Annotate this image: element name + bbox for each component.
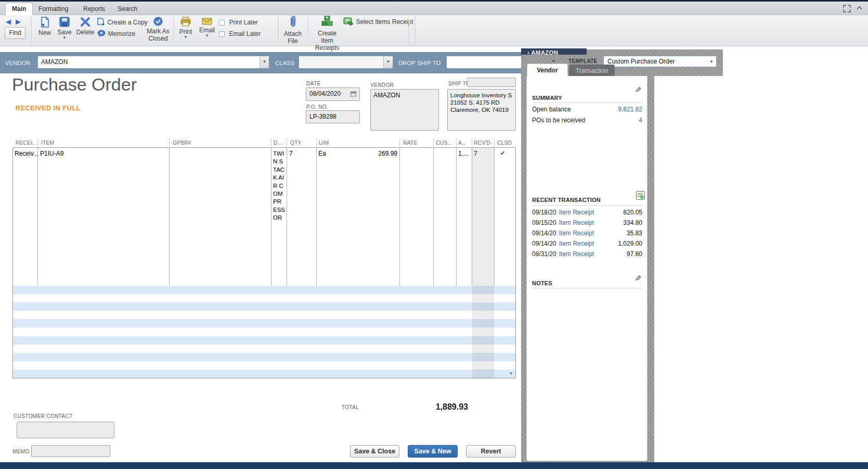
table-scroll-down-icon[interactable]: ▼ (507, 370, 515, 377)
total-label: TOTAL (342, 404, 359, 410)
template-label: TEMPLATE (568, 58, 598, 64)
create-copy-button[interactable]: Create a Copy (97, 17, 148, 28)
header-divider (271, 138, 271, 146)
save-button[interactable]: Save ▾ (55, 17, 74, 39)
print-button[interactable]: Print ▾ (177, 17, 195, 39)
template-caret-icon[interactable]: ▾ (707, 57, 716, 66)
class-label: CLASS (275, 60, 295, 66)
cell-divider (287, 147, 287, 286)
class-combo-caret-icon[interactable]: ▾ (383, 56, 393, 68)
save-and-new-button[interactable]: Save & New (408, 445, 458, 458)
item-receipt-link[interactable]: Item Receipt (559, 240, 594, 247)
row-rcvd-cell[interactable]: 7 (474, 150, 477, 157)
header-divider (316, 138, 317, 146)
memorize-bubble-icon (97, 30, 106, 40)
ship-to-address-box[interactable]: Longhouse Inventory S 21052 S. 4175 RD C… (447, 89, 516, 131)
customer-contact-field[interactable] (17, 422, 114, 438)
cell-divider (433, 147, 434, 286)
row-description-cell[interactable]: TWIN STACK AIR COMPRESSOR (273, 150, 285, 222)
panel-vendor-name[interactable]: › AMAZON (527, 49, 558, 56)
print-dropdown-caret-icon[interactable]: ▾ (177, 35, 195, 39)
po-number-field[interactable]: LP-39298 (306, 110, 360, 123)
row-amount-cell[interactable]: 1,... (458, 150, 469, 157)
row-qty-cell[interactable]: 7 (289, 150, 293, 157)
row-rate-cell[interactable]: 269.99 (364, 150, 397, 157)
save-and-close-button[interactable]: Save & Close (350, 445, 399, 458)
panel-tab-transaction[interactable]: Transaction (569, 65, 615, 77)
cell-divider (472, 147, 472, 286)
email-dropdown-caret-icon[interactable]: ▾ (198, 34, 216, 37)
date-field[interactable]: 08/04/2020 (306, 87, 360, 101)
item-receipt-link[interactable]: Item Receipt (559, 250, 594, 258)
edit-summary-pencil-icon[interactable]: ✎ (635, 85, 642, 95)
revert-button[interactable]: Revert (466, 445, 516, 458)
attach-file-button[interactable]: Attach File (282, 15, 304, 45)
save-floppy-icon (59, 21, 70, 29)
toolbar-separator (415, 17, 416, 44)
template-combobox[interactable]: Custom Purchase Order ▾ (603, 56, 717, 67)
vendor-box-label: VENDOR (370, 82, 394, 88)
find-button[interactable]: Find (5, 27, 25, 39)
mark-as-closed-button[interactable]: Mark As Closed (145, 17, 172, 42)
col-item-header: ITEM (41, 140, 54, 146)
tab-reports[interactable]: Reports (77, 3, 111, 15)
green-boxes-icon (321, 22, 333, 30)
quick-report-icon[interactable] (636, 191, 645, 200)
tab-formatting[interactable]: Formatting (32, 3, 74, 15)
cell-divider (456, 147, 457, 286)
page-title: Purchase Order (12, 74, 137, 95)
row-item-cell[interactable]: P1IU-A9 (40, 150, 63, 157)
calendar-icon[interactable] (350, 91, 357, 99)
rcvd-column-shade (472, 148, 494, 378)
save-dropdown-caret-icon[interactable]: ▾ (55, 36, 74, 39)
forward-arrow-icon[interactable]: ▶ (16, 18, 21, 26)
items-table-empty-rows[interactable] (13, 286, 515, 378)
select-items-receipt-button[interactable]: Select Items Receipt (343, 17, 413, 29)
class-combobox[interactable]: ▾ (299, 56, 393, 69)
new-document-icon (41, 22, 49, 29)
tab-main[interactable]: Main (5, 3, 33, 16)
pos-to-be-received-value[interactable]: 4 (639, 117, 642, 124)
edit-notes-pencil-icon[interactable]: ✎ (635, 274, 642, 283)
item-receipt-link[interactable]: Item Receipt (559, 219, 594, 226)
back-arrow-icon[interactable]: ◀ (6, 18, 11, 26)
create-item-receipts-button[interactable]: Create Item Receipts (311, 15, 343, 52)
open-balance-value[interactable]: 9,621.82 (618, 106, 642, 113)
header-divider (494, 138, 495, 146)
print-later-checkbox-icon (219, 20, 225, 26)
vendor-address-box[interactable]: AMAZON (370, 89, 439, 131)
paperclip-icon (289, 23, 297, 30)
row-received-cell[interactable]: Receiv... (15, 150, 38, 157)
row-um-cell[interactable]: Ea (318, 150, 326, 157)
print-later-checkbox[interactable]: Print Later (219, 17, 258, 27)
item-receipt-link[interactable]: Item Receipt (559, 230, 594, 237)
memorize-button[interactable]: Memorize (97, 29, 135, 40)
tab-search[interactable]: Search (111, 3, 144, 15)
vendor-combobox[interactable]: AMAZON ▾ (37, 56, 269, 69)
new-button[interactable]: New (35, 17, 54, 36)
window-bottom-strip (0, 462, 868, 469)
cell-divider (494, 147, 495, 286)
recent-transaction-row: 09/15/20 Item Receipt 334.80 (532, 219, 642, 226)
envelope-icon (202, 19, 212, 27)
delete-button[interactable]: Delete (76, 17, 95, 36)
header-divider (399, 138, 400, 146)
vendor-combo-caret-icon[interactable]: ▾ (260, 56, 269, 68)
ship-to-combobox[interactable] (467, 78, 516, 87)
recent-transaction-row: 08/31/20 Item Receipt 97.60 (532, 250, 642, 258)
collapse-ribbon-icon[interactable] (856, 5, 863, 12)
memo-field[interactable] (31, 445, 110, 457)
drop-ship-combobox[interactable] (446, 56, 522, 69)
header-divider (169, 138, 170, 146)
panel-tab-vendor[interactable]: Vendor (527, 64, 568, 76)
panel-vendor-caret-icon[interactable]: ▾ (552, 58, 555, 64)
col-received-header: RECEI... (16, 140, 37, 146)
col-um-header: U/M (319, 140, 329, 146)
email-later-checkbox[interactable]: Email Later (219, 29, 261, 38)
recent-transaction-row: 09/14/20 Item Receipt 1,029.00 (532, 240, 642, 247)
row-clsd-check-icon[interactable]: ✔ (500, 150, 505, 157)
expand-window-icon[interactable] (843, 5, 851, 12)
col-gpbr-header: GPBR# (173, 140, 191, 146)
email-button[interactable]: Email ▾ (198, 18, 216, 37)
item-receipt-link[interactable]: Item Receipt (559, 209, 594, 216)
